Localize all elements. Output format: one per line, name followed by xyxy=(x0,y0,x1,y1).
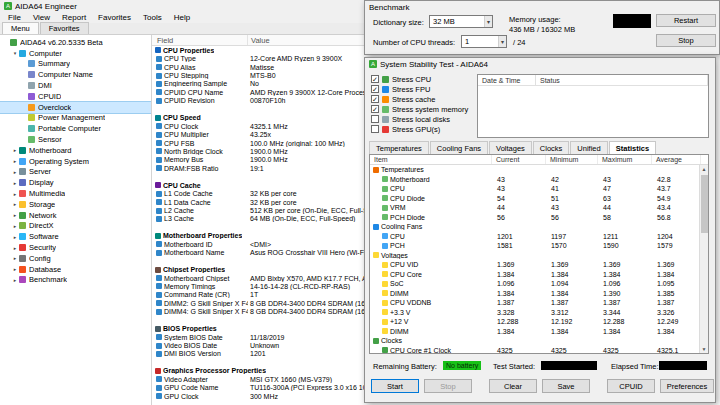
stats-scrollbar[interactable]: ▲ ▼ xyxy=(699,165,708,354)
stats-item-label: +12 V xyxy=(390,318,409,325)
grp-temp-icon xyxy=(373,167,379,173)
checkbox-box[interactable]: ✓ xyxy=(371,105,379,113)
sidebar-item-label: Security xyxy=(29,243,56,252)
stats-value: 4325 xyxy=(546,347,598,354)
stats-value: 43 xyxy=(546,204,598,211)
stability-titlebar[interactable]: A System Stability Test - AIDA64 xyxy=(365,58,715,70)
checkbox-box[interactable]: ✓ xyxy=(371,95,379,103)
report-field: System BIOS Date xyxy=(152,334,248,341)
tab-voltages[interactable]: Voltages xyxy=(489,141,532,154)
sidebar: AIDA64 v6.20.5335 Beta▾ComputerSummaryCo… xyxy=(0,35,152,405)
sidebar-item-operating-system[interactable]: ▸Operating System xyxy=(0,156,151,167)
checkbox-stress-gpu-s[interactable]: Stress GPU(s) xyxy=(371,124,468,134)
sidebar-item-benchmark[interactable]: ▸Benchmark xyxy=(0,275,151,286)
sidebar-item-directx[interactable]: ▸DirectX xyxy=(0,221,151,232)
sidebar-item-storage[interactable]: ▸Storage xyxy=(0,199,151,210)
menu-tools[interactable]: Tools xyxy=(137,13,168,22)
checkbox-label: Stress CPU xyxy=(392,75,431,84)
stats-row-voltages: Voltages xyxy=(370,251,708,261)
chevron-down-icon: ▾ xyxy=(498,36,506,47)
sidebar-item-motherboard[interactable]: ▸Motherboard xyxy=(0,145,151,156)
cb-fpu-icon xyxy=(382,86,389,93)
sidebar-item-summary[interactable]: Summary xyxy=(0,59,151,70)
benchmark-titlebar[interactable]: Benchmark xyxy=(365,1,719,13)
sidebar-item-sensor[interactable]: Sensor xyxy=(0,134,151,145)
scroll-thumb[interactable] xyxy=(701,175,708,233)
menu-favorites[interactable]: Favorites xyxy=(92,13,137,22)
stats-row-12-v: +12 V12.28812.19212.28812.249 xyxy=(370,317,708,327)
menu-file[interactable]: File xyxy=(2,13,27,22)
checkbox-stress-system-memory[interactable]: ✓Stress system memory xyxy=(371,104,468,114)
checkbox-box[interactable]: ✓ xyxy=(371,85,379,93)
sidebar-item-cpuid[interactable]: CPUID xyxy=(0,91,151,102)
report-field: Motherboard Chipset xyxy=(152,275,248,282)
sidebar-item-computer-name[interactable]: Computer Name xyxy=(0,69,151,80)
report-field: Video Adapter xyxy=(152,376,248,383)
button-clear[interactable]: Clear xyxy=(489,379,537,393)
stats-row-dimm: DIMM1.3841.3841.3841.384 xyxy=(370,327,708,337)
checkbox-box[interactable] xyxy=(371,125,379,133)
checkbox-stress-cpu[interactable]: ✓Stress CPU xyxy=(371,74,468,84)
sidebar-item-label: Computer Name xyxy=(38,70,93,79)
tab-clocks[interactable]: Clocks xyxy=(533,141,570,154)
field-item-icon xyxy=(156,199,162,205)
button-preferences[interactable]: Preferences xyxy=(660,379,714,393)
it-fan-icon xyxy=(382,243,388,249)
sidebar-item-portable-computer[interactable]: Portable Computer xyxy=(0,123,151,134)
sidebar-item-software[interactable]: ▸Software xyxy=(0,231,151,242)
tab-unified[interactable]: Unified xyxy=(570,141,607,154)
field-item-icon xyxy=(156,309,162,315)
report-field-label: CPU Clock xyxy=(164,123,198,130)
sidebar-item-config[interactable]: ▸Config xyxy=(0,253,151,264)
report-field: L1 Data Cache xyxy=(152,199,248,206)
tab-temperatures[interactable]: Temperatures xyxy=(369,141,429,154)
checkbox-stress-cache[interactable]: ✓Stress cache xyxy=(371,94,468,104)
sidebar-item-power-management[interactable]: Power Management xyxy=(0,113,151,124)
tab-favorites[interactable]: Favorites xyxy=(40,22,89,34)
button-stop[interactable]: Stop xyxy=(424,379,472,393)
report-field-label: BIOS Properties xyxy=(163,325,217,332)
stats-row-cpu-core-1-clock: CPU Core #1 Clock4325432543254325.1 xyxy=(370,346,708,355)
checkbox-stress-local-disks[interactable]: Stress local disks xyxy=(371,114,468,124)
cpu-threads-select[interactable]: 1 ▾ xyxy=(461,35,507,48)
sidebar-item-computer[interactable]: ▾Computer xyxy=(0,48,151,59)
menu-view[interactable]: View xyxy=(27,13,56,22)
scroll-up-icon[interactable]: ▲ xyxy=(700,165,708,174)
restart-button[interactable]: Restart xyxy=(656,14,716,27)
stability-test-window: A System Stability Test - AIDA64 ✓Stress… xyxy=(364,57,716,403)
sidebar-item-overclock[interactable]: Overclock xyxy=(0,102,151,113)
sidebar-item-security[interactable]: ▸Security xyxy=(0,242,151,253)
sidebar-item-label: Multimedia xyxy=(29,189,65,198)
sidebar-item-network[interactable]: ▸Network xyxy=(0,210,151,221)
tab-statistics[interactable]: Statistics xyxy=(609,141,656,154)
dictionary-size-select[interactable]: 32 MB ▾ xyxy=(429,15,493,28)
report-field: DRAM:FSB Ratio xyxy=(152,165,248,172)
checkbox-box[interactable]: ✓ xyxy=(371,75,379,83)
report-field-label: L2 Cache xyxy=(164,207,194,214)
report-field: CPU Type xyxy=(152,55,248,62)
button-save[interactable]: Save xyxy=(542,379,590,393)
report-field: BIOS Properties xyxy=(152,325,217,332)
section-speed-icon xyxy=(155,115,161,121)
scroll-down-icon[interactable]: ▼ xyxy=(700,345,708,354)
checkbox-stress-fpu[interactable]: ✓Stress FPU xyxy=(371,84,468,94)
menu-report[interactable]: Report xyxy=(56,13,92,22)
button-start[interactable]: Start xyxy=(371,379,419,393)
sidebar-item-server[interactable]: ▸Server xyxy=(0,167,151,178)
stats-item-label: VRM xyxy=(390,204,406,211)
menu-help[interactable]: Help xyxy=(168,13,196,22)
checkbox-box[interactable] xyxy=(371,115,379,123)
sidebar-item-dmi[interactable]: DMI xyxy=(0,80,151,91)
motherboard-icon xyxy=(19,147,26,154)
stats-column-item: Item xyxy=(370,155,492,164)
tab-menu[interactable]: Menu xyxy=(2,22,39,34)
sidebar-item-aida64-v6-20-5335-beta[interactable]: AIDA64 v6.20.5335 Beta xyxy=(0,37,151,48)
button-cpuid[interactable]: CPUID xyxy=(607,379,655,393)
sidebar-item-multimedia[interactable]: ▸Multimedia xyxy=(0,188,151,199)
tree-collapsed-icon: ▸ xyxy=(11,245,19,251)
stop-button[interactable]: Stop xyxy=(656,34,716,47)
sidebar-item-database[interactable]: ▸Database xyxy=(0,264,151,275)
tab-cooling-fans[interactable]: Cooling Fans xyxy=(430,141,488,154)
sidebar-item-display[interactable]: ▸Display xyxy=(0,177,151,188)
stats-item: Motherboard xyxy=(370,176,492,183)
